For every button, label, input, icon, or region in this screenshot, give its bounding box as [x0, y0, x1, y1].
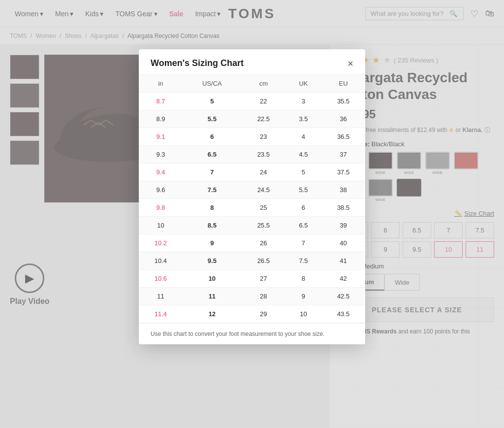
table-cell: 24	[242, 164, 285, 181]
col-in: in	[139, 75, 183, 93]
table-cell: 29	[242, 305, 285, 323]
col-uk: UK	[285, 75, 321, 93]
table-row: 111128942.5	[139, 288, 365, 305]
table-cell: 3	[285, 93, 321, 110]
table-row: 10.61027842	[139, 270, 365, 288]
table-cell: 11	[139, 288, 183, 305]
table-row: 9.8825638.5	[139, 199, 365, 217]
table-cell: 4.5	[285, 146, 321, 164]
table-cell: 5.5	[285, 181, 321, 199]
table-cell: 9.5	[183, 252, 242, 270]
table-cell: 26.5	[242, 252, 285, 270]
table-cell: 38	[321, 181, 365, 199]
table-row: 9.36.523.54.537	[139, 146, 365, 164]
table-row: 108.525.56.539	[139, 217, 365, 234]
table-row: 10.49.526.57.541	[139, 252, 365, 270]
table-cell: 28	[242, 288, 285, 305]
modal-overlay[interactable]: Women's Sizing Chart × in US/CA cm UK EU…	[0, 0, 504, 428]
table-row: 11.412291043.5	[139, 305, 365, 323]
table-cell: 10.6	[139, 270, 183, 288]
table-cell: 27	[242, 270, 285, 288]
table-cell: 22	[242, 93, 285, 110]
table-cell: 23	[242, 128, 285, 146]
table-cell: 8	[183, 199, 242, 217]
table-cell: 9.4	[139, 164, 183, 181]
table-header: in US/CA cm UK EU	[139, 75, 365, 93]
table-cell: 9.8	[139, 199, 183, 217]
modal-header: Women's Sizing Chart ×	[139, 49, 365, 75]
modal-title: Women's Sizing Chart	[151, 58, 244, 68]
table-row: 8.7522335.5	[139, 93, 365, 110]
table-row: 8.95.522.53.536	[139, 110, 365, 128]
table-cell: 26	[242, 234, 285, 252]
table-cell: 25.5	[242, 217, 285, 234]
sizing-chart-modal: Women's Sizing Chart × in US/CA cm UK EU…	[139, 49, 365, 344]
table-cell: 37	[321, 146, 365, 164]
table-cell: 11.4	[139, 305, 183, 323]
table-cell: 12	[183, 305, 242, 323]
table-cell: 8.5	[183, 217, 242, 234]
table-cell: 25	[242, 199, 285, 217]
table-cell: 37.5	[321, 164, 365, 181]
table-cell: 5.5	[183, 110, 242, 128]
table-cell: 10	[285, 305, 321, 323]
table-cell: 11	[183, 288, 242, 305]
table-cell: 6.5	[285, 217, 321, 234]
table-cell: 42.5	[321, 288, 365, 305]
table-cell: 9	[285, 288, 321, 305]
table-cell: 6	[285, 199, 321, 217]
table-body: 8.7522335.58.95.522.53.5369.1623436.59.3…	[139, 93, 365, 323]
col-eu: EU	[321, 75, 365, 93]
table-cell: 36.5	[321, 128, 365, 146]
table-cell: 5	[285, 164, 321, 181]
table-cell: 9.1	[139, 128, 183, 146]
modal-close-button[interactable]: ×	[347, 59, 353, 68]
table-cell: 6.5	[183, 146, 242, 164]
table-row: 10.2926740	[139, 234, 365, 252]
table-row: 9.1623436.5	[139, 128, 365, 146]
table-cell: 23.5	[242, 146, 285, 164]
table-cell: 42	[321, 270, 365, 288]
table-row: 9.4724537.5	[139, 164, 365, 181]
table-cell: 41	[321, 252, 365, 270]
table-cell: 9.3	[139, 146, 183, 164]
sizing-table: in US/CA cm UK EU 8.7522335.58.95.522.53…	[139, 75, 365, 323]
table-cell: 43.5	[321, 305, 365, 323]
table-cell: 7	[285, 234, 321, 252]
table-cell: 38.5	[321, 199, 365, 217]
table-cell: 3.5	[285, 110, 321, 128]
table-cell: 9	[183, 234, 242, 252]
table-cell: 4	[285, 128, 321, 146]
table-cell: 6	[183, 128, 242, 146]
footer-text: Use this chart to convert your foot meas…	[151, 330, 325, 337]
table-cell: 9.6	[139, 181, 183, 199]
table-cell: 22.5	[242, 110, 285, 128]
table-cell: 5	[183, 93, 242, 110]
table-cell: 10	[183, 270, 242, 288]
table-cell: 40	[321, 234, 365, 252]
table-cell: 7.5	[183, 181, 242, 199]
table-cell: 10	[139, 217, 183, 234]
table-cell: 8.9	[139, 110, 183, 128]
table-cell: 7	[183, 164, 242, 181]
table-cell: 24.5	[242, 181, 285, 199]
table-cell: 8.7	[139, 93, 183, 110]
table-cell: 10.4	[139, 252, 183, 270]
modal-footer: Use this chart to convert your foot meas…	[139, 323, 365, 344]
table-row: 9.67.524.55.538	[139, 181, 365, 199]
table-header-row: in US/CA cm UK EU	[139, 75, 365, 93]
col-cm: cm	[242, 75, 285, 93]
table-cell: 7.5	[285, 252, 321, 270]
table-cell: 36	[321, 110, 365, 128]
table-cell: 35.5	[321, 93, 365, 110]
table-cell: 8	[285, 270, 321, 288]
table-cell: 39	[321, 217, 365, 234]
col-usca: US/CA	[183, 75, 242, 93]
table-cell: 10.2	[139, 234, 183, 252]
